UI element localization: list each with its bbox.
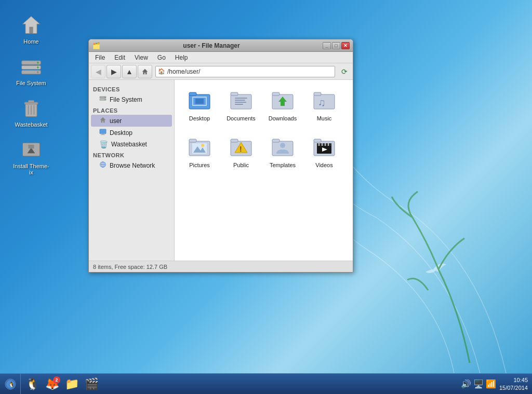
svg-rect-42 <box>272 92 280 96</box>
filesystem-sidebar-label: File System <box>110 96 142 103</box>
wifi-icon[interactable]: 📶 <box>486 379 496 389</box>
sidebar-item-desktop[interactable]: Desktop <box>91 127 172 139</box>
home-icon <box>19 12 44 37</box>
videos-folder-label: Videos <box>315 162 332 169</box>
filesystem-icon <box>19 54 44 79</box>
menu-edit[interactable]: Edit <box>110 53 129 62</box>
taskbar-app-files[interactable]: 📁 <box>62 375 81 393</box>
up-button[interactable]: ▲ <box>122 65 137 78</box>
svg-rect-31 <box>189 92 196 96</box>
window-icon: 🗂️ <box>92 42 100 50</box>
svg-point-51 <box>201 144 204 147</box>
user-sidebar-label: user <box>110 117 122 125</box>
file-item-documents[interactable]: Documents <box>220 84 262 131</box>
browse-network-label: Browse Network <box>110 162 155 169</box>
file-item-public[interactable]: ! Public <box>220 131 262 178</box>
svg-rect-23 <box>100 129 106 134</box>
svg-rect-10 <box>29 100 34 102</box>
video-icon: 🎬 <box>85 377 99 391</box>
statusbar: 8 items, Free space: 12.7 GB <box>89 261 353 272</box>
terminal-icon: 🐧 <box>25 377 39 391</box>
svg-rect-45 <box>314 92 321 96</box>
wastebasket-icon <box>19 96 44 120</box>
taskbar-app-firefox[interactable]: 🦊 2 <box>43 375 61 393</box>
pictures-folder-label: Pictures <box>189 162 210 169</box>
minimize-button[interactable]: _ <box>323 42 331 49</box>
taskbar-start[interactable]: 🐧 <box>0 374 21 395</box>
sidebar-item-wastebasket[interactable]: 🗑️ Wastebasket <box>91 139 172 150</box>
taskbar-apps: 🐧 🦊 2 📁 🎬 <box>21 375 103 393</box>
pictures-folder-icon <box>187 135 212 160</box>
menu-file[interactable]: File <box>91 53 109 62</box>
filesystem-label: File System <box>16 80 46 86</box>
desktop-icon-home[interactable]: Home <box>10 10 52 47</box>
desktop-sidebar-icon <box>99 128 107 137</box>
file-item-pictures[interactable]: Pictures <box>179 131 220 178</box>
desktop-icon-wastebasket[interactable]: Wastebasket <box>10 93 52 130</box>
wastebasket-sidebar-icon: 🗑️ <box>99 140 108 148</box>
templates-folder-label: Templates <box>270 162 296 169</box>
forward-button[interactable]: ▶ <box>107 65 121 78</box>
window-title: user - File Manager <box>100 42 323 49</box>
home-button[interactable] <box>138 65 152 78</box>
svg-point-20 <box>105 97 106 98</box>
svg-rect-16 <box>29 145 34 148</box>
svg-text:!: ! <box>240 145 242 153</box>
file-item-templates[interactable]: Templates <box>262 131 303 178</box>
svg-rect-25 <box>101 134 105 135</box>
svg-rect-34 <box>195 99 204 104</box>
address-bar[interactable]: 🏠 /home/user/ <box>155 66 335 77</box>
system-tray: 🔊 🖥️ 📶 <box>461 379 496 389</box>
svg-rect-24 <box>101 134 104 135</box>
statusbar-text: 8 items, Free space: 12.7 GB <box>93 264 167 270</box>
svg-rect-60 <box>314 139 321 142</box>
svg-text:🐧: 🐧 <box>8 381 15 388</box>
network-tray-icon[interactable]: 🖥️ <box>473 379 484 389</box>
section-network: NETWORK <box>91 150 172 159</box>
titlebar-buttons: _ □ ✕ <box>323 42 350 49</box>
svg-rect-37 <box>235 98 247 99</box>
desktop-icons: Home File System Wasteba <box>10 10 52 178</box>
svg-rect-1 <box>29 27 33 34</box>
close-button[interactable]: ✕ <box>341 42 350 49</box>
clock: 10:45 15/07/2014 <box>499 376 528 391</box>
svg-rect-38 <box>235 100 245 101</box>
refresh-button[interactable]: ⟳ <box>338 65 351 78</box>
music-folder-icon: ♫ <box>312 88 337 113</box>
file-area: Desktop Documents <box>175 80 353 261</box>
wastebasket-label: Wastebasket <box>15 121 47 128</box>
file-item-desktop[interactable]: Desktop <box>179 84 220 131</box>
wastebasket-sidebar-label: Wastebasket <box>111 141 147 148</box>
menu-go[interactable]: Go <box>153 53 170 62</box>
svg-rect-57 <box>272 139 280 142</box>
svg-marker-22 <box>100 117 106 123</box>
address-icon: 🏠 <box>158 68 165 75</box>
taskbar-right: 🔊 🖥️ 📶 10:45 15/07/2014 <box>461 376 532 391</box>
file-item-downloads[interactable]: Downloads <box>262 84 303 131</box>
taskbar-app-video[interactable]: 🎬 <box>82 375 101 393</box>
clock-date: 15/07/2014 <box>499 384 528 391</box>
menu-view[interactable]: View <box>130 53 152 62</box>
install-theme-icon <box>19 137 44 162</box>
svg-rect-39 <box>235 102 246 103</box>
svg-point-21 <box>105 99 106 100</box>
desktop-icon-install-theme[interactable]: Install Theme-ix <box>10 135 52 178</box>
file-item-music[interactable]: ♫ Music <box>303 84 345 131</box>
svg-rect-53 <box>231 139 238 142</box>
svg-point-58 <box>280 143 285 148</box>
maximize-button[interactable]: □ <box>332 42 340 49</box>
menu-help[interactable]: Help <box>171 53 192 62</box>
desktop-icon-filesystem[interactable]: File System <box>10 52 52 88</box>
file-item-videos[interactable]: Videos <box>303 131 345 178</box>
sidebar-item-filesystem[interactable]: File System <box>91 93 172 105</box>
clock-time: 10:45 <box>499 376 528 384</box>
home-label: Home <box>23 38 38 45</box>
volume-icon[interactable]: 🔊 <box>461 379 471 389</box>
sidebar-item-browse-network[interactable]: Browse Network <box>91 159 172 171</box>
main-content: DEVICES File System PLACES <box>89 80 353 261</box>
sidebar-item-user[interactable]: user <box>91 115 172 127</box>
section-devices: DEVICES <box>91 84 172 93</box>
taskbar-app-terminal[interactable]: 🐧 <box>23 375 42 393</box>
svg-text:♫: ♫ <box>318 97 326 108</box>
back-button[interactable]: ◀ <box>91 65 105 78</box>
